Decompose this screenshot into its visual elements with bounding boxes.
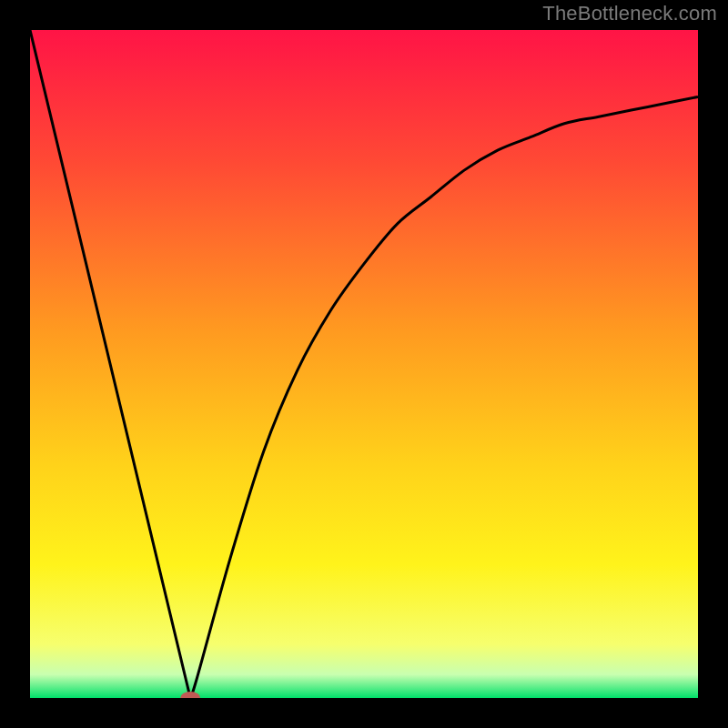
chart-frame: TheBottleneck.com xyxy=(0,0,728,728)
watermark-text: TheBottleneck.com xyxy=(542,2,717,25)
chart-plot-area xyxy=(30,30,698,698)
gradient-background xyxy=(30,30,698,698)
chart-svg xyxy=(30,30,698,698)
